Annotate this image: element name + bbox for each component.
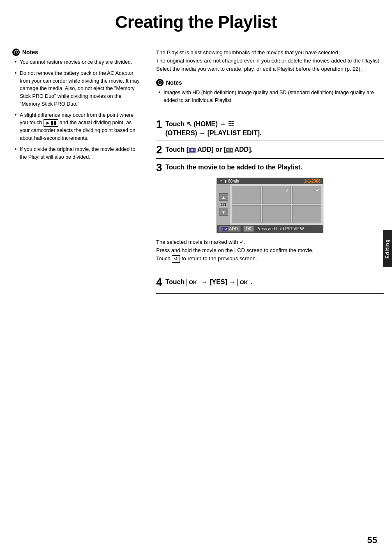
step-divider-1 — [156, 112, 384, 112]
ok-box-1: OK — [187, 279, 200, 287]
main-content: ⓘ Notes You cannot restore movies once t… — [0, 44, 392, 297]
lcd-add-button[interactable]: HD ADD — [219, 226, 241, 232]
lcd-side-controls: ▲ 1/1 ▼ — [217, 184, 230, 225]
list-item: If you divide the original movie, the mo… — [14, 146, 140, 161]
hd-badge-1: HD — [189, 148, 196, 153]
lcd-return-icon: ↺ — [219, 179, 223, 183]
lcd-thumb-5[interactable] — [262, 205, 291, 223]
step-4-number: 4 — [156, 277, 162, 287]
lcd-page-info: 1/1 — [221, 202, 226, 207]
right-notes-label: Notes — [166, 79, 182, 86]
lcd-preview-text: Press and hold:PREVIEW — [256, 227, 304, 231]
page-container: Creating the Playlist ⓘ Notes You cannot… — [0, 0, 392, 558]
step-4-text: Touch OK → [YES] → OK. — [165, 278, 252, 287]
sidebar-editing-tab: Editing — [383, 230, 392, 267]
lcd-add-label: ADD — [229, 227, 238, 231]
intro-para-3: Select the media you want to create, pla… — [156, 65, 384, 73]
step-1: 1 Touch ↖ (HOME) → ☷ (OTHERS) → [PLAYLIS… — [156, 116, 384, 141]
check-mark-icon-2: ✓ — [316, 187, 320, 193]
check-mark-icon-1: ✓ — [285, 187, 290, 193]
page-title: Creating the Playlist — [0, 0, 392, 44]
step-3: 3 Touch the movie to be added to the Pla… — [156, 159, 384, 266]
list-item: Images with HD (high definition) image q… — [158, 89, 384, 104]
lcd-thumb-3[interactable]: ✓ — [292, 186, 321, 204]
list-item: Do not remove the battery pack or the AC… — [14, 69, 140, 108]
return-icon: ↺ — [172, 255, 180, 263]
left-column: ⓘ Notes You cannot restore movies once t… — [12, 44, 148, 297]
list-item: You cannot restore movies once they are … — [14, 58, 140, 66]
step-4-header: 4 Touch OK → [YES] → OK. — [156, 278, 384, 287]
lcd-thumb-1[interactable] — [232, 186, 261, 204]
intro-para-2: The original movies are not changed even… — [156, 57, 384, 65]
lcd-top-bar: ↺ ▮ 60min 1-1-2008 — [217, 178, 323, 184]
left-notes-section: ⓘ Notes You cannot restore movies once t… — [12, 49, 140, 161]
step-3-note: The selected movie is marked with ✓. Pre… — [156, 238, 384, 263]
step-divider-4 — [156, 270, 384, 270]
lcd-thumbnails: ✓ ✓ — [230, 184, 323, 225]
lcd-up-button[interactable]: ▲ — [219, 193, 228, 201]
right-notes-list: Images with HD (high definition) image q… — [156, 89, 384, 104]
step-1-number: 1 — [156, 119, 162, 130]
left-notes-header: ⓘ Notes — [12, 49, 140, 56]
right-column: The Playlist is a list showing thumbnail… — [148, 44, 384, 297]
step-2: 2 Touch [HD ADD] or [SD ADD]. — [156, 141, 384, 159]
right-notes-section: ⓘ Notes Images with HD (high definition)… — [156, 79, 384, 104]
notes-icon: ⓘ — [12, 49, 20, 56]
lcd-thumb-6[interactable] — [292, 205, 321, 223]
sidebar-label: Editing — [385, 239, 390, 259]
sd-badge-1: SD — [226, 148, 233, 153]
step-3-note-2: Press and hold the movie on the LCD scre… — [156, 246, 384, 255]
lcd-bottom-bar: HD ADD OK Press and hold:PREVIEW — [217, 225, 323, 233]
lcd-left-icons: ↺ ▮ 60min — [219, 179, 239, 183]
intro-para-1: The Playlist is a list showing thumbnail… — [156, 49, 384, 57]
step-4: 4 Touch OK → [YES] → OK. — [156, 273, 384, 287]
step-1-text: Touch ↖ (HOME) → ☷ (OTHERS) → [PLAYLIST … — [165, 120, 261, 137]
step-2-number: 2 — [156, 144, 162, 155]
step-2-text: Touch [HD ADD] or [SD ADD]. — [165, 145, 252, 154]
lcd-battery-icon: ▮ 60min — [224, 179, 239, 183]
list-item: A slight difference may occur from the p… — [14, 111, 140, 142]
lcd-main-area: ▲ 1/1 ▼ ✓ ✓ — [217, 184, 323, 225]
lcd-hd-badge: HD — [221, 227, 228, 231]
step-3-note-3: Touch ↺ to return to the previous screen… — [156, 255, 384, 263]
step-3-text: Touch the movie to be added to the Playl… — [165, 163, 302, 172]
intro-text: The Playlist is a list showing thumbnail… — [156, 49, 384, 73]
play-pause-inline-icon: ►▮▮ — [44, 119, 58, 127]
step-1-header: 1 Touch ↖ (HOME) → ☷ (OTHERS) → [PLAYLIS… — [156, 120, 384, 137]
step-divider-end — [156, 293, 384, 294]
lcd-date: 1-1-2008 — [304, 179, 321, 183]
step-2-header: 2 Touch [HD ADD] or [SD ADD]. — [156, 145, 384, 155]
right-notes-header: ⓘ Notes — [156, 79, 384, 86]
lcd-screen: ↺ ▮ 60min 1-1-2008 ▲ 1/1 ▼ — [217, 178, 323, 233]
step-3-note-1: The selected movie is marked with ✓. — [156, 238, 384, 246]
lcd-ok-button[interactable]: OK — [243, 226, 254, 232]
left-notes-list: You cannot restore movies once they are … — [12, 58, 140, 161]
lcd-thumb-2[interactable]: ✓ — [262, 186, 291, 204]
ok-box-2: OK — [238, 279, 251, 287]
lcd-thumb-4[interactable] — [232, 205, 261, 223]
lcd-down-button[interactable]: ▼ — [219, 208, 228, 216]
right-notes-icon: ⓘ — [156, 79, 164, 86]
step-3-header: 3 Touch the movie to be added to the Pla… — [156, 163, 384, 173]
page-number: 55 — [367, 535, 377, 546]
left-notes-label: Notes — [22, 49, 38, 56]
step-3-number: 3 — [156, 162, 162, 173]
